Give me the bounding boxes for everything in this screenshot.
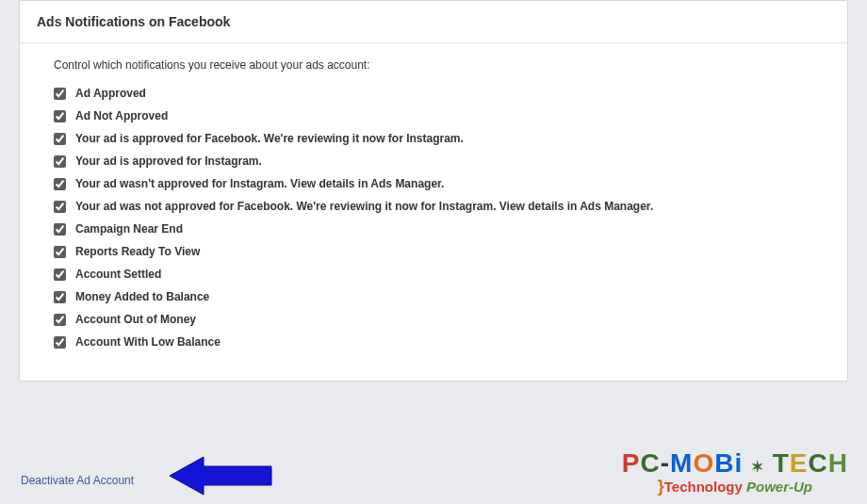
notification-item: Reports Ready To View bbox=[54, 245, 813, 258]
notification-item: Account Out of Money bbox=[54, 313, 813, 326]
notification-item: Ad Not Approved bbox=[54, 109, 813, 122]
notification-item: Account With Low Balance bbox=[54, 335, 813, 349]
notification-label: Money Added to Balance bbox=[75, 290, 209, 303]
panel-intro: Control which notifications you receive … bbox=[54, 58, 813, 72]
panel-body: Control which notifications you receive … bbox=[20, 43, 847, 381]
ads-notifications-panel: Ads Notifications on Facebook Control wh… bbox=[19, 0, 848, 382]
notification-checkbox[interactable] bbox=[54, 110, 66, 122]
notification-label: Reports Ready To View bbox=[75, 245, 200, 258]
notification-label: Ad Not Approved bbox=[75, 109, 168, 122]
annotation-arrow-icon bbox=[170, 453, 273, 498]
watermark-logo: PC-MOBi ✶ TECH }Technology Power-Up bbox=[622, 448, 848, 496]
panel-header: Ads Notifications on Facebook bbox=[20, 1, 847, 43]
notification-item: Your ad is approved for Instagram. bbox=[54, 154, 813, 168]
notification-label: Account Settled bbox=[75, 268, 161, 281]
notification-label: Your ad was not approved for Facebook. W… bbox=[75, 200, 653, 213]
notification-item: Your ad was not approved for Facebook. W… bbox=[54, 200, 813, 213]
notification-checkbox[interactable] bbox=[54, 268, 66, 281]
notification-label: Account Out of Money bbox=[75, 313, 196, 326]
notification-item: Your ad wasn't approved for Instagram. V… bbox=[54, 177, 813, 190]
notification-item: Ad Approved bbox=[54, 87, 813, 100]
deactivate-ad-account-link[interactable]: Deactivate Ad Account bbox=[21, 474, 134, 487]
notification-checkbox[interactable] bbox=[54, 201, 66, 213]
notification-label: Ad Approved bbox=[75, 87, 146, 100]
notification-checklist: Ad ApprovedAd Not ApprovedYour ad is app… bbox=[54, 87, 813, 349]
notification-checkbox[interactable] bbox=[54, 88, 66, 100]
notification-checkbox[interactable] bbox=[54, 336, 66, 349]
notification-item: Account Settled bbox=[54, 268, 813, 281]
notification-label: Account With Low Balance bbox=[75, 335, 221, 349]
notification-label: Your ad is approved for Facebook. We're … bbox=[75, 132, 464, 145]
watermark-line1: PC-MOBi ✶ TECH bbox=[622, 448, 848, 479]
notification-checkbox[interactable] bbox=[54, 291, 66, 303]
notification-checkbox[interactable] bbox=[54, 223, 66, 236]
notification-checkbox[interactable] bbox=[54, 314, 66, 326]
notification-label: Your ad is approved for Instagram. bbox=[75, 154, 262, 168]
watermark-line2: }Technology Power-Up bbox=[622, 477, 848, 496]
notification-checkbox[interactable] bbox=[54, 133, 66, 145]
notification-checkbox[interactable] bbox=[54, 246, 66, 258]
notification-label: Campaign Near End bbox=[75, 222, 183, 236]
notification-item: Money Added to Balance bbox=[54, 290, 813, 303]
notification-checkbox[interactable] bbox=[54, 178, 66, 190]
panel-title: Ads Notifications on Facebook bbox=[37, 14, 830, 29]
svg-marker-0 bbox=[170, 457, 271, 495]
notification-label: Your ad wasn't approved for Instagram. V… bbox=[75, 177, 444, 190]
notification-item: Your ad is approved for Facebook. We're … bbox=[54, 132, 813, 145]
notification-checkbox[interactable] bbox=[54, 155, 66, 168]
notification-item: Campaign Near End bbox=[54, 222, 813, 236]
